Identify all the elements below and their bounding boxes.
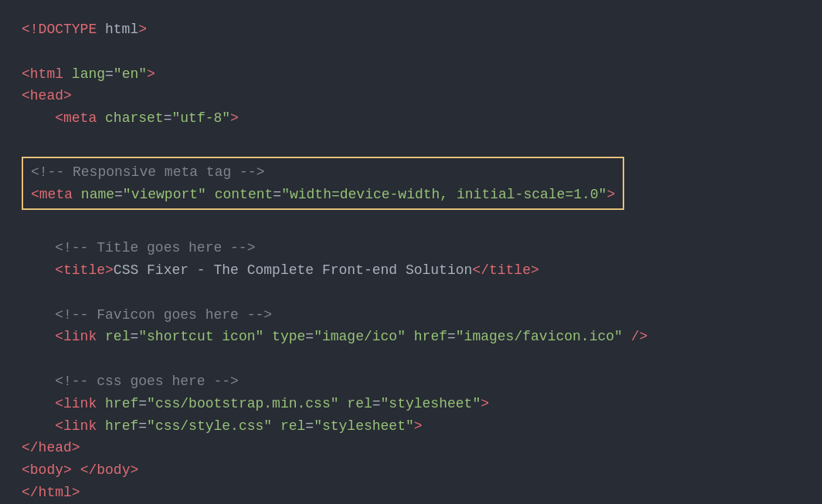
line-css-style: <link href="css/style.css" rel="styleshe… [22,415,800,438]
line-favicon-comment: <!-- Favicon goes here --> [22,304,800,326]
line-empty-5 [22,348,800,370]
doctype-tag: <!DOCTYPE [22,22,97,37]
line-responsive-comment: <!-- Responsive meta tag --> [31,161,615,184]
line-empty-2 [22,130,800,152]
line-html-open: <html lang="en"> [22,63,800,86]
line-doctype: <!DOCTYPE html> [22,19,800,41]
line-html-close: </html> [22,482,800,504]
line-meta-viewport: <meta name="viewport" content="width=dev… [31,184,615,206]
line-favicon: <link rel="shortcut icon" type="image/ic… [22,326,800,348]
line-body: <body> </body> [22,459,800,482]
line-css-bootstrap: <link href="css/bootstrap.min.css" rel="… [22,393,800,415]
line-head-close: </head> [22,437,800,459]
line-empty-3 [22,215,800,237]
line-css-comment: <!-- css goes here --> [22,370,800,393]
viewport-highlight-block: <!-- Responsive meta tag --> <meta name=… [22,157,624,211]
line-meta-charset: <meta charset="utf-8"> [22,107,800,130]
line-title-comment: <!-- Title goes here --> [22,237,800,259]
line-head-open: <head> [22,85,800,107]
line-title: <title>CSS Fixer - The Complete Front-en… [22,259,800,282]
code-editor: <!DOCTYPE html> <html lang="en"> <head> … [22,19,800,504]
line-empty-1 [22,41,800,63]
line-empty-4 [22,282,800,304]
